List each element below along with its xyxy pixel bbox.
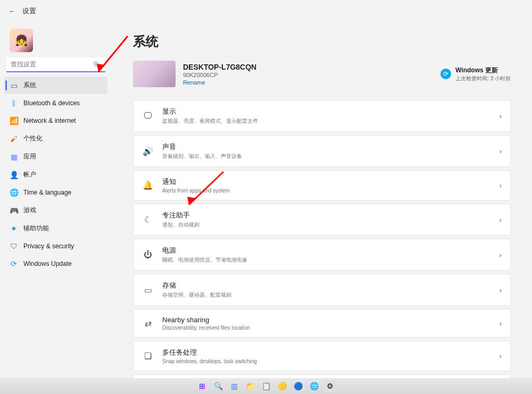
sidebar-item-accounts[interactable]: 👤 帐户 <box>4 166 107 183</box>
sidebar-item-label: Bluetooth & devices <box>23 99 80 107</box>
card-subtitle: 通知、自动规则 <box>162 221 491 229</box>
taskview-icon[interactable]: ▥ <box>227 380 241 392</box>
card-title: Nearby sharing <box>162 316 491 324</box>
chevron-right-icon: › <box>500 286 502 294</box>
account-icon: 👤 <box>10 171 18 179</box>
sidebar-item-label: Network & internet <box>23 117 76 124</box>
card-title: 电源 <box>162 246 491 255</box>
sidebar: 👧 🔍 ▭ 系统 ᛒ Bluetooth & devices 📶 Network… <box>0 22 112 379</box>
update-icon: ⟳ <box>10 259 18 268</box>
sidebar-item-network[interactable]: 📶 Network & internet <box>4 112 107 129</box>
nearby-sharing-icon: ⇄ <box>142 318 154 329</box>
sidebar-item-label: Time & language <box>23 189 71 196</box>
settings-card-multitasking[interactable]: ❏多任务处理Snap windows, desktops, task switc… <box>133 341 511 371</box>
card-subtitle: Snap windows, desktops, task switching <box>162 358 491 364</box>
update-status-icon: ⟳ <box>440 69 451 79</box>
sidebar-item-accessibility[interactable]: ✶ 辅助功能 <box>4 220 107 237</box>
settings-card-display[interactable]: 🖵显示监视器、亮度、夜间模式、显示配置文件› <box>133 100 511 132</box>
chrome-icon[interactable]: 🟡 <box>275 380 289 392</box>
card-title: 声音 <box>162 142 491 152</box>
search-wrap: 🔍 <box>6 57 105 72</box>
card-subtitle: 睡眠、电池使用情况、节省电池电量 <box>162 256 491 264</box>
user-avatar[interactable]: 👧 <box>10 29 33 52</box>
search-input[interactable] <box>6 57 105 72</box>
sidebar-item-system[interactable]: ▭ 系统 <box>4 77 107 94</box>
app-header: ← 设置 <box>0 0 532 22</box>
sidebar-item-bluetooth[interactable]: ᛒ Bluetooth & devices <box>4 95 107 112</box>
brush-icon: 🖌 <box>10 135 18 143</box>
apps-icon: ▦ <box>10 153 18 161</box>
chevron-right-icon: › <box>500 251 502 259</box>
settings-card-notifications[interactable]: 🔔通知Alerts from apps and system› <box>133 170 511 200</box>
windows-update-widget[interactable]: ⟳ Windows 更新 上次检查时间: 3 小时前 <box>440 66 511 82</box>
sidebar-item-gaming[interactable]: 🎮 游戏 <box>4 202 107 219</box>
notifications-icon: 🔔 <box>142 180 154 190</box>
browser-icon[interactable]: 🌐 <box>307 380 321 392</box>
taskbar-search-icon[interactable]: 🔍 <box>211 380 225 392</box>
chevron-right-icon: › <box>500 147 502 155</box>
system-icon: ▭ <box>10 81 18 90</box>
card-title: 显示 <box>162 107 491 116</box>
office-icon[interactable]: 📋 <box>259 380 273 392</box>
wu-title: Windows 更新 <box>455 66 511 75</box>
gamepad-icon: 🎮 <box>10 206 18 215</box>
sidebar-item-apps[interactable]: ▦ 应用 <box>4 148 107 165</box>
sidebar-item-label: 系统 <box>23 81 36 90</box>
chevron-right-icon: › <box>500 216 502 224</box>
sidebar-item-time-language[interactable]: 🌐 Time & language <box>4 184 107 201</box>
display-icon: 🖵 <box>142 111 154 121</box>
app-title: 设置 <box>22 6 36 16</box>
power-icon: ⏻ <box>142 250 154 259</box>
rename-link[interactable]: Rename <box>183 79 256 86</box>
settings-card-storage[interactable]: ▭存储存储空间、驱动器、配置规则› <box>133 274 511 306</box>
chevron-right-icon: › <box>500 352 502 360</box>
globe-icon: 🌐 <box>10 188 18 197</box>
sidebar-item-label: 个性化 <box>23 134 43 143</box>
card-title: 存储 <box>162 281 491 290</box>
sidebar-item-label: 帐户 <box>23 170 36 179</box>
sidebar-item-label: 辅助功能 <box>23 224 49 233</box>
sidebar-item-personalization[interactable]: 🖌 个性化 <box>4 130 107 147</box>
accessibility-icon: ✶ <box>10 224 18 233</box>
sidebar-item-windows-update[interactable]: ⟳ Windows Update <box>4 255 107 272</box>
back-button[interactable]: ← <box>9 7 16 15</box>
card-subtitle: 存储空间、驱动器、配置规则 <box>162 291 491 299</box>
chevron-right-icon: › <box>500 112 502 120</box>
sidebar-item-label: Privacy & security <box>23 242 74 250</box>
sidebar-item-label: 游戏 <box>23 206 36 215</box>
device-model: 90K20006CP <box>183 72 256 78</box>
sidebar-item-label: Windows Update <box>23 260 72 267</box>
sidebar-item-label: 应用 <box>23 152 36 161</box>
card-title: 专注助手 <box>162 211 491 220</box>
storage-icon: ▭ <box>142 285 154 295</box>
main-content: 系统 DESKTOP-L7G8CQN 90K20006CP Rename ⟳ W… <box>112 22 532 379</box>
card-subtitle: Alerts from apps and system <box>162 188 491 194</box>
wifi-icon: 📶 <box>10 116 18 125</box>
card-subtitle: Discoverability, received files location <box>162 325 491 331</box>
settings-icon[interactable]: ⚙ <box>323 380 337 392</box>
sound-icon: 🔊 <box>142 146 154 156</box>
settings-card-power[interactable]: ⏻电源睡眠、电池使用情况、节省电池电量› <box>133 239 511 271</box>
settings-card-nearby-sharing[interactable]: ⇄Nearby sharingDiscoverability, received… <box>133 309 511 338</box>
card-title: 通知 <box>162 177 491 187</box>
wu-subtitle: 上次检查时间: 3 小时前 <box>455 75 511 82</box>
start-button[interactable]: ⊞ <box>195 380 209 392</box>
page-title: 系统 <box>133 33 511 50</box>
multitasking-icon: ❏ <box>142 351 154 361</box>
card-subtitle: 音量级别、输出、输入、声音设备 <box>162 153 491 160</box>
explorer-icon[interactable]: 📁 <box>243 380 257 392</box>
settings-card-sound[interactable]: 🔊声音音量级别、输出、输入、声音设备› <box>133 135 511 167</box>
card-subtitle: 监视器、亮度、夜间模式、显示配置文件 <box>162 118 491 125</box>
card-title: 多任务处理 <box>162 348 491 357</box>
device-wallpaper-thumb <box>133 61 176 87</box>
chevron-right-icon: › <box>500 181 502 189</box>
taskbar: ⊞ 🔍 ▥ 📁 📋 🟡 🔵 🌐 ⚙ <box>0 378 532 394</box>
bluetooth-icon: ᛒ <box>10 99 18 107</box>
edge-icon[interactable]: 🔵 <box>291 380 305 392</box>
sidebar-item-privacy[interactable]: 🛡 Privacy & security <box>4 238 107 255</box>
device-name: DESKTOP-L7G8CQN <box>183 63 256 71</box>
search-icon: 🔍 <box>93 61 101 69</box>
shield-icon: 🛡 <box>10 242 18 250</box>
chevron-right-icon: › <box>500 320 502 328</box>
settings-card-focus-assist[interactable]: ☾专注助手通知、自动规则› <box>133 204 511 236</box>
